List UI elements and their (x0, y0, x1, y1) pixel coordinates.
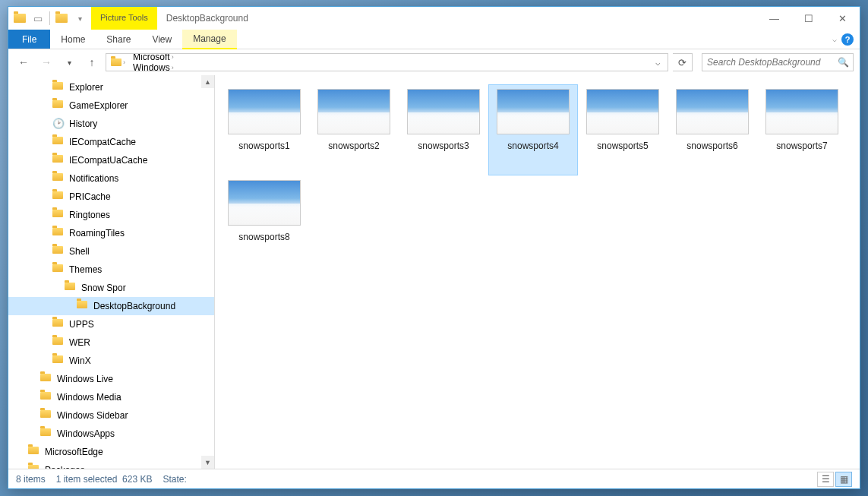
thumbnail-image (228, 89, 301, 134)
tree-item-shell[interactable]: Shell (8, 242, 214, 261)
tree-item-label: Snow Spor (81, 283, 126, 293)
folder-icon (52, 191, 65, 203)
tab-view[interactable]: View (141, 30, 182, 49)
tab-share[interactable]: Share (96, 30, 141, 49)
folder-icon (52, 154, 65, 166)
folder-icon (52, 227, 65, 239)
tree-item-ringtones[interactable]: Ringtones (8, 206, 214, 224)
thumbnail-image (407, 89, 480, 134)
crumb-microsoft[interactable]: Microsoft› (130, 53, 218, 62)
folder-icon (65, 282, 77, 294)
tab-manage[interactable]: Manage (182, 30, 236, 49)
refresh-button[interactable]: ⟳ (673, 53, 693, 71)
status-item-count: 8 items (16, 474, 46, 485)
file-item-snowsports8[interactable]: snowsports8 (219, 175, 309, 267)
expand-ribbon-icon[interactable]: ⌵ (832, 35, 837, 43)
file-item-snowsports1[interactable]: snowsports1 (219, 84, 309, 175)
folder-icon (52, 100, 65, 112)
tree-item-iecompatuacache[interactable]: IECompatUaCache (8, 151, 214, 169)
maximize-button[interactable]: ☐ (791, 7, 825, 30)
tree-item-windowsapps[interactable]: WindowsApps (8, 425, 214, 443)
forward-button[interactable]: → (37, 53, 55, 71)
tree-item-label: Themes (69, 264, 102, 275)
title-bar: ▭ ▾ Picture Tools DesktopBackground — ☐ … (8, 7, 860, 30)
tree-item-label: Windows Media (57, 392, 122, 403)
tree-item-windows-sidebar[interactable]: Windows Sidebar (8, 406, 214, 425)
app-icon[interactable] (11, 10, 28, 27)
chevron-down-icon[interactable]: ▾ (71, 10, 88, 27)
tree-item-explorer[interactable]: Explorer (8, 78, 214, 96)
tree-item-notifications[interactable]: Notifications (8, 169, 214, 188)
file-item-snowsports7[interactable]: snowsports7 (757, 84, 847, 175)
thumbnails-view-button[interactable]: ▦ (835, 472, 852, 487)
folder-tree: ExplorerGameExplorer🕑HistoryIECompatCach… (8, 75, 214, 469)
ribbon-tabs: File Home Share View Manage ⌵ ? (8, 30, 860, 49)
help-icon[interactable]: ? (841, 33, 854, 46)
navigation-pane[interactable]: ▲ ExplorerGameExplorer🕑HistoryIECompatCa… (8, 75, 215, 469)
tree-item-label: UPPS (69, 319, 94, 330)
file-item-snowsports5[interactable]: snowsports5 (578, 84, 668, 175)
search-box[interactable]: 🔍 (702, 53, 854, 71)
qat-new-folder-icon[interactable] (53, 10, 70, 27)
tree-item-windows-media[interactable]: Windows Media (8, 388, 214, 406)
tree-item-roamingtiles[interactable]: RoamingTiles (8, 224, 214, 242)
tab-home[interactable]: Home (50, 30, 96, 49)
file-item-snowsports2[interactable]: snowsports2 (309, 84, 399, 175)
history-icon: 🕑 (52, 118, 65, 130)
tree-item-windows-live[interactable]: Windows Live (8, 370, 214, 388)
up-button[interactable]: ↑ (83, 53, 101, 71)
address-bar[interactable]: › winaero›AppData›Local›Microsoft›Window… (106, 53, 668, 71)
folder-icon (40, 428, 52, 440)
tree-item-desktopbackground[interactable]: DesktopBackground (8, 297, 214, 315)
file-label: snowsports6 (687, 141, 737, 151)
folder-icon (28, 464, 40, 469)
tree-item-pricache[interactable]: PRICache (8, 188, 214, 206)
folder-icon (52, 81, 65, 93)
qat-properties-icon[interactable]: ▭ (30, 10, 46, 27)
search-icon[interactable]: 🔍 (833, 57, 853, 68)
tree-item-label: DesktopBackground (93, 301, 175, 311)
tree-item-label: Shell (69, 246, 90, 257)
status-bar: 8 items 1 item selected 623 KB State: ☰ … (8, 469, 860, 488)
search-input[interactable] (702, 57, 833, 68)
tree-item-upps[interactable]: UPPS (8, 315, 214, 333)
content-area[interactable]: snowsports1snowsports2snowsports3snowspo… (215, 75, 860, 469)
tree-item-wer[interactable]: WER (8, 333, 214, 352)
scroll-down-icon[interactable]: ▼ (201, 456, 214, 469)
thumbnail-image (497, 89, 570, 134)
status-selection: 1 item selected 623 KB (56, 474, 153, 485)
file-label: snowsports4 (507, 141, 558, 151)
back-button[interactable]: ← (14, 53, 33, 71)
tree-item-snow-spor[interactable]: Snow Spor (8, 279, 214, 297)
minimize-button[interactable]: — (757, 7, 791, 30)
tree-item-label: IECompatCache (69, 137, 136, 147)
crumb-root-icon[interactable]: › (108, 58, 130, 66)
quick-access-toolbar: ▭ ▾ (8, 7, 91, 30)
folder-icon (52, 209, 65, 221)
file-tab[interactable]: File (8, 30, 50, 49)
crumb-windows[interactable]: Windows› (130, 62, 218, 71)
file-label: snowsports1 (238, 141, 289, 151)
tree-item-microsoftedge[interactable]: MicrosoftEdge (8, 443, 214, 461)
tree-item-iecompatcache[interactable]: IECompatCache (8, 133, 214, 151)
file-item-snowsports4[interactable]: snowsports4 (488, 84, 578, 175)
scroll-up-icon[interactable]: ▲ (201, 75, 214, 88)
close-button[interactable]: ✕ (825, 7, 860, 30)
file-label: snowsports7 (776, 141, 827, 151)
recent-locations-icon[interactable]: ▾ (60, 53, 78, 71)
items-grid: snowsports1snowsports2snowsports3snowspo… (215, 84, 860, 267)
tree-item-packages[interactable]: Packages (8, 461, 214, 469)
file-item-snowsports3[interactable]: snowsports3 (399, 84, 488, 175)
file-item-snowsports6[interactable]: snowsports6 (668, 84, 757, 175)
tree-item-label: WindowsApps (57, 428, 115, 439)
details-view-button[interactable]: ☰ (817, 472, 834, 487)
tree-item-history[interactable]: 🕑History (8, 115, 214, 133)
tree-item-label: Windows Sidebar (57, 410, 128, 421)
tree-item-themes[interactable]: Themes (8, 261, 214, 279)
tree-item-winx[interactable]: WinX (8, 352, 214, 370)
file-label: snowsports8 (238, 232, 289, 242)
tree-item-gameexplorer[interactable]: GameExplorer (8, 96, 214, 115)
folder-icon (77, 300, 89, 312)
address-dropdown-icon[interactable]: ⌵ (649, 58, 666, 68)
tree-item-label: RoamingTiles (69, 228, 125, 239)
